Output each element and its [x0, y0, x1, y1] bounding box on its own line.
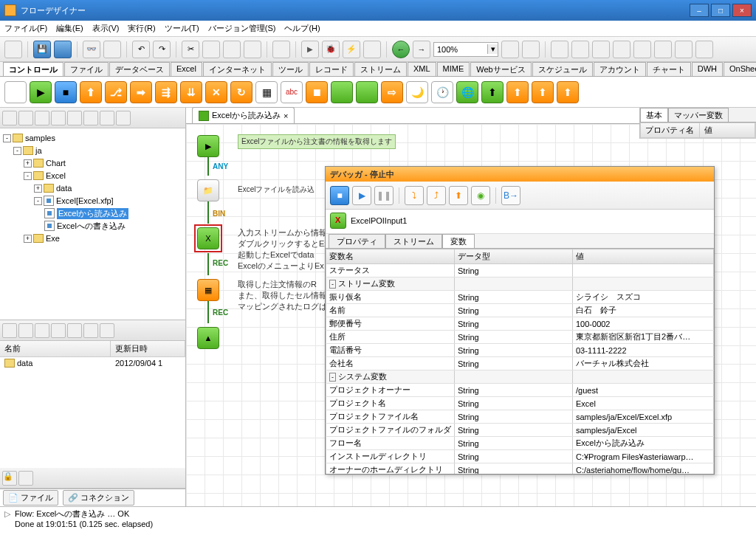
tree-node[interactable]: Excelへの書き込み	[3, 220, 182, 232]
tab-stream[interactable]: ストリーム	[354, 62, 407, 76]
var-name[interactable]: 電話番号	[326, 344, 455, 357]
var-value[interactable]: /guest	[573, 384, 714, 397]
tab-internet[interactable]: インターネット	[203, 62, 272, 76]
tab-mime[interactable]: MIME	[437, 62, 470, 76]
var-value[interactable]: 100-0002	[573, 317, 714, 331]
tab-basic[interactable]: 基本	[640, 108, 668, 122]
sleep-icon[interactable]: 🌙	[406, 81, 428, 103]
group-row[interactable]: -システム変数	[326, 370, 455, 384]
var-value[interactable]: シライシ スズコ	[573, 291, 714, 304]
globe-icon[interactable]: 🌐	[456, 81, 478, 103]
var-value[interactable]: Excel	[573, 397, 714, 410]
more2-icon[interactable]	[100, 111, 114, 125]
flow-tab[interactable]: Excelから読み込み ×	[192, 107, 295, 123]
var-name[interactable]: 住所	[326, 331, 455, 344]
debugger-title[interactable]: デバッガ - 停止中	[326, 167, 714, 182]
edit-icon[interactable]	[51, 111, 66, 125]
tab-stream[interactable]: ストリーム	[385, 234, 442, 248]
fl-icon[interactable]	[2, 323, 17, 338]
up2-icon[interactable]: ⬆	[506, 81, 529, 103]
tab-dwh[interactable]: DWH	[692, 62, 723, 76]
more-icon[interactable]	[83, 111, 98, 125]
tab-webservice[interactable]: Webサービス	[470, 62, 531, 76]
tb-a[interactable]	[551, 41, 568, 58]
start-icon[interactable]: ▶	[30, 81, 52, 103]
up3-icon[interactable]: ⬆	[532, 81, 554, 103]
tb-f[interactable]	[654, 41, 672, 58]
var-name[interactable]: 名前	[326, 304, 455, 317]
tb-b[interactable]	[571, 41, 589, 58]
var-name[interactable]: プロジェクトファイル名	[326, 410, 455, 424]
clock-icon[interactable]: 🕐	[431, 81, 453, 103]
var-name[interactable]: オーナーのホームディレクトリ	[326, 463, 455, 475]
tree-node[interactable]: -Excel	[3, 170, 182, 182]
list-item[interactable]: data 2012/09/04 1	[0, 357, 185, 369]
menu-version[interactable]: バージョン管理(S)	[208, 23, 276, 34]
menu-tool[interactable]: ツール(T)	[165, 23, 199, 34]
var-value[interactable]: Excelから読み込み	[573, 437, 714, 450]
grid-button[interactable]	[103, 41, 121, 58]
db2-icon[interactable]	[356, 81, 378, 103]
tree-node[interactable]: -samples	[3, 132, 182, 144]
zoom-input[interactable]	[434, 43, 487, 56]
abc-icon[interactable]: abc	[281, 81, 303, 103]
dbg-target-button[interactable]: ◉	[471, 186, 490, 205]
max-button[interactable]: □	[711, 4, 730, 17]
group-row[interactable]: -ストリーム変数	[326, 277, 455, 291]
var-name[interactable]: プロジェクトオーナー	[326, 384, 455, 397]
tb-d[interactable]	[613, 41, 630, 58]
table-icon[interactable]: ▦	[255, 81, 278, 103]
dbg-stepin-button[interactable]: ⤵	[405, 186, 424, 205]
mapper-node[interactable]: ▦	[197, 279, 219, 301]
folder-icon[interactable]	[2, 111, 17, 125]
run-button[interactable]	[301, 41, 319, 58]
var-value[interactable]: バーチャル株式会社	[573, 357, 714, 370]
dbg-break-button[interactable]: B→	[501, 186, 520, 205]
palette-item[interactable]	[4, 81, 27, 103]
center-button[interactable]	[522, 41, 540, 58]
undo-button[interactable]: ↶	[132, 41, 150, 58]
tab-file[interactable]: 📄ファイル	[3, 490, 58, 506]
col-date[interactable]: 更新日時	[111, 341, 185, 356]
fl-icon[interactable]	[83, 323, 98, 338]
tb-e[interactable]	[633, 41, 651, 58]
dbg-continue-button[interactable]: ▶	[352, 186, 371, 205]
tb-g[interactable]	[675, 41, 693, 58]
loop-icon[interactable]: ↻	[230, 81, 252, 103]
cut-button[interactable]: ✂	[182, 41, 199, 58]
paste-button[interactable]	[223, 41, 241, 58]
tab-tool[interactable]: ツール	[272, 62, 309, 76]
tab-onsheet[interactable]: OnSheet	[724, 62, 756, 76]
col-datatype[interactable]: データ型	[455, 249, 573, 264]
zoom-combo[interactable]: ▾	[433, 42, 498, 57]
proc-icon[interactable]: ⇨	[381, 81, 403, 103]
end-node[interactable]: ▲	[197, 327, 219, 349]
tree-node[interactable]: +Chart	[3, 157, 182, 169]
zoom-dropdown[interactable]: ▾	[487, 44, 498, 54]
var-value[interactable]: 白石 鈴子	[573, 304, 714, 317]
close-button[interactable]: ×	[732, 4, 752, 17]
new-icon[interactable]	[35, 111, 49, 125]
var-value[interactable]: C:¥Program Files¥asteriawarp…	[573, 450, 714, 463]
menu-view[interactable]: 表示(V)	[92, 23, 120, 34]
min-button[interactable]: –	[690, 4, 709, 17]
fl-icon[interactable]	[35, 323, 49, 338]
tree-node[interactable]: -Excel[Excel.xfp]	[3, 195, 182, 207]
var-name[interactable]: フロー名	[326, 437, 455, 450]
col-varname[interactable]: 変数名	[326, 249, 455, 264]
stop-round-icon[interactable]: ⏹	[306, 81, 328, 103]
file-node[interactable]: 📁	[197, 179, 219, 201]
tab-record[interactable]: レコード	[309, 62, 354, 76]
fl-icon[interactable]	[100, 323, 114, 338]
arrow-up-icon[interactable]: ⬆	[80, 81, 102, 103]
dbg-stepover-button[interactable]: ⤴	[427, 186, 446, 205]
more3-icon[interactable]	[116, 111, 131, 125]
del-icon[interactable]	[67, 111, 82, 125]
arrow-right-icon[interactable]: ➡	[130, 81, 152, 103]
tab-database[interactable]: データベース	[109, 62, 170, 76]
up4-icon[interactable]: ⬆	[557, 81, 579, 103]
start-node[interactable]: ▶	[197, 135, 219, 157]
col-value[interactable]: 値	[573, 249, 714, 264]
tab-control[interactable]: コントロール	[3, 62, 63, 76]
tb-c[interactable]	[592, 41, 610, 58]
